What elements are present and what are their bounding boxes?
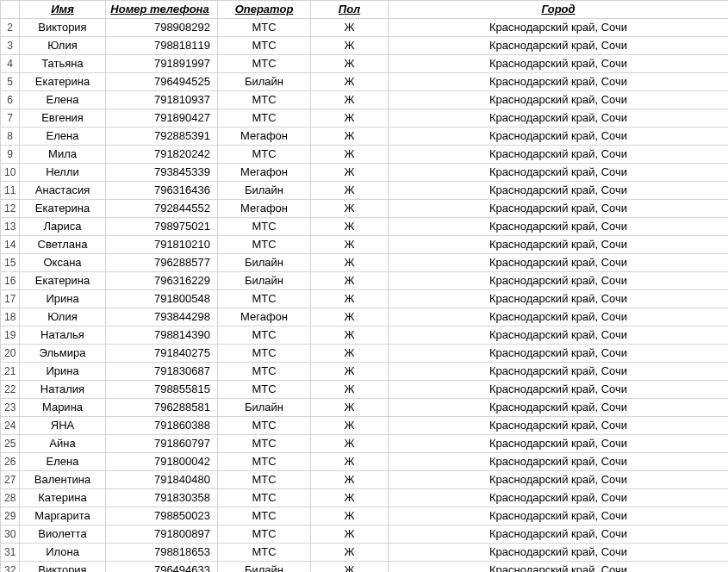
cell-phone[interactable]: 791891997 (106, 55, 218, 73)
cell-gender[interactable]: Ж (311, 254, 389, 272)
cell-name[interactable]: Лариса (20, 218, 106, 236)
cell-phone[interactable]: 796316229 (106, 272, 218, 290)
cell-phone[interactable]: 791840480 (106, 471, 218, 489)
cell-name[interactable]: Анастасия (20, 182, 106, 200)
cell-name[interactable]: Эльмира (20, 345, 106, 363)
cell-gender[interactable]: Ж (311, 308, 389, 326)
cell-phone[interactable]: 793844298 (106, 308, 218, 326)
cell-operator[interactable]: МТС (218, 37, 311, 55)
cell-operator[interactable]: МТС (218, 236, 311, 254)
cell-city[interactable]: Краснодарский край, Сочи (389, 507, 729, 525)
cell-phone[interactable]: 798818653 (106, 544, 218, 562)
cell-operator[interactable]: МТС (218, 55, 311, 73)
cell-name[interactable]: Наталья (20, 326, 106, 345)
cell-city[interactable]: Краснодарский край, Сочи (389, 525, 729, 544)
cell-gender[interactable]: Ж (311, 55, 389, 73)
cell-phone[interactable]: 791840275 (106, 345, 218, 363)
cell-phone[interactable]: 791860797 (106, 435, 218, 453)
cell-city[interactable]: Краснодарский край, Сочи (389, 164, 729, 182)
cell-name[interactable]: Евгения (20, 109, 106, 127)
cell-gender[interactable]: Ж (311, 164, 389, 182)
cell-city[interactable]: Краснодарский край, Сочи (389, 182, 729, 200)
cell-operator[interactable]: Билайн (218, 73, 311, 91)
cell-name[interactable]: Виолетта (20, 525, 106, 544)
cell-operator[interactable]: МТС (218, 363, 311, 381)
cell-name[interactable]: Ирина (20, 363, 106, 381)
cell-operator[interactable]: Мегафон (218, 127, 311, 146)
cell-city[interactable]: Краснодарский край, Сочи (389, 236, 729, 254)
cell-operator[interactable]: Билайн (218, 182, 311, 200)
row-number[interactable]: 32 (1, 562, 20, 573)
cell-gender[interactable]: Ж (311, 91, 389, 109)
cell-name[interactable]: Илона (20, 544, 106, 562)
cell-city[interactable]: Краснодарский край, Сочи (389, 19, 729, 37)
cell-gender[interactable]: Ж (311, 453, 389, 471)
cell-phone[interactable]: 791860388 (106, 417, 218, 435)
row-number[interactable]: 25 (1, 435, 20, 453)
cell-name[interactable]: Маргарита (20, 507, 106, 525)
cell-gender[interactable]: Ж (311, 562, 389, 573)
cell-phone[interactable]: 798975021 (106, 218, 218, 236)
cell-name[interactable]: Елена (20, 91, 106, 109)
cell-phone[interactable]: 791830358 (106, 489, 218, 507)
row-number[interactable]: 30 (1, 525, 20, 544)
cell-gender[interactable]: Ж (311, 507, 389, 525)
cell-name[interactable]: Наталия (20, 381, 106, 399)
cell-phone[interactable]: 791800548 (106, 290, 218, 308)
cell-gender[interactable]: Ж (311, 435, 389, 453)
cell-name[interactable]: Татьяна (20, 55, 106, 73)
cell-name[interactable]: ЯНА (20, 417, 106, 435)
row-number[interactable]: 11 (1, 182, 20, 200)
cell-city[interactable]: Краснодарский край, Сочи (389, 471, 729, 489)
cell-phone[interactable]: 796288577 (106, 254, 218, 272)
row-number[interactable]: 22 (1, 381, 20, 399)
row-number[interactable]: 17 (1, 290, 20, 308)
cell-phone[interactable]: 798855815 (106, 381, 218, 399)
row-number[interactable]: 6 (1, 91, 20, 109)
cell-name[interactable]: Юлия (20, 37, 106, 55)
cell-phone[interactable]: 791810937 (106, 91, 218, 109)
cell-name[interactable]: Айна (20, 435, 106, 453)
cell-city[interactable]: Краснодарский край, Сочи (389, 562, 729, 573)
cell-name[interactable]: Оксана (20, 254, 106, 272)
cell-gender[interactable]: Ж (311, 290, 389, 308)
cell-operator[interactable]: Билайн (218, 562, 311, 573)
row-number[interactable]: 2 (1, 19, 20, 37)
cell-gender[interactable]: Ж (311, 19, 389, 37)
cell-operator[interactable]: Мегафон (218, 308, 311, 326)
row-number[interactable]: 29 (1, 507, 20, 525)
cell-phone[interactable]: 791800897 (106, 525, 218, 544)
cell-name[interactable]: Юлия (20, 308, 106, 326)
cell-operator[interactable]: МТС (218, 453, 311, 471)
cell-city[interactable]: Краснодарский край, Сочи (389, 254, 729, 272)
cell-operator[interactable]: МТС (218, 19, 311, 37)
cell-operator[interactable]: Мегафон (218, 200, 311, 218)
cell-operator[interactable]: МТС (218, 435, 311, 453)
cell-city[interactable]: Краснодарский край, Сочи (389, 290, 729, 308)
cell-operator[interactable]: МТС (218, 507, 311, 525)
cell-phone[interactable]: 792885391 (106, 127, 218, 146)
cell-phone[interactable]: 796288581 (106, 399, 218, 417)
cell-operator[interactable]: МТС (218, 345, 311, 363)
cell-city[interactable]: Краснодарский край, Сочи (389, 363, 729, 381)
cell-gender[interactable]: Ж (311, 525, 389, 544)
cell-operator[interactable]: МТС (218, 417, 311, 435)
row-number[interactable]: 10 (1, 164, 20, 182)
cell-phone[interactable]: 791810210 (106, 236, 218, 254)
cell-city[interactable]: Краснодарский край, Сочи (389, 73, 729, 91)
col-header-gender[interactable]: Пол (311, 1, 389, 19)
cell-operator[interactable]: МТС (218, 91, 311, 109)
cell-city[interactable]: Краснодарский край, Сочи (389, 381, 729, 399)
row-number[interactable]: 20 (1, 345, 20, 363)
cell-phone[interactable]: 791890427 (106, 109, 218, 127)
cell-city[interactable]: Краснодарский край, Сочи (389, 489, 729, 507)
cell-gender[interactable]: Ж (311, 200, 389, 218)
cell-operator[interactable]: Билайн (218, 399, 311, 417)
cell-name[interactable]: Нелли (20, 164, 106, 182)
row-number[interactable]: 3 (1, 37, 20, 55)
row-number[interactable]: 5 (1, 73, 20, 91)
col-header-name[interactable]: Имя (20, 1, 106, 19)
row-number[interactable]: 28 (1, 489, 20, 507)
cell-operator[interactable]: МТС (218, 381, 311, 399)
cell-name[interactable]: Екатерина (20, 73, 106, 91)
